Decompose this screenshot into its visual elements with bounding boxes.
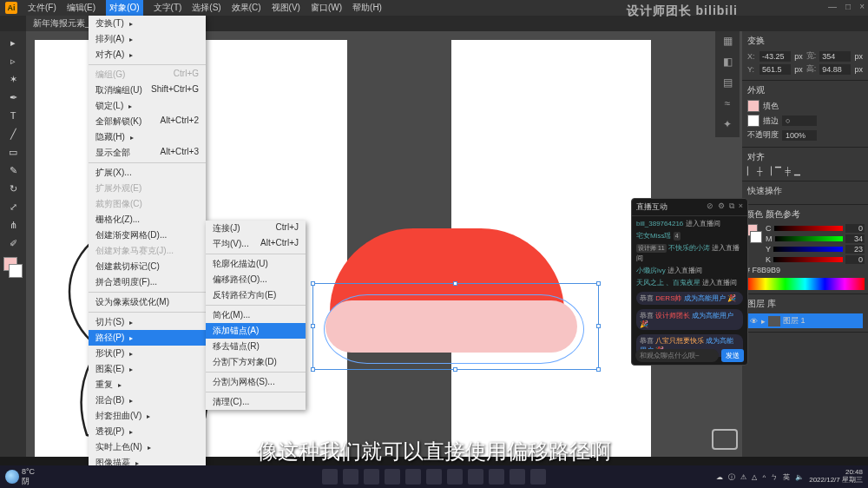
app-icon-4[interactable] (489, 469, 504, 485)
menu-effect[interactable]: 效果(C) (232, 2, 261, 14)
type-tool-icon[interactable]: T (3, 108, 23, 123)
stroke-swatch-icon[interactable] (747, 115, 760, 127)
menu-item[interactable]: 对齐(A) (89, 47, 206, 63)
volume-icon[interactable]: 🔈 (795, 473, 804, 481)
symbols-icon[interactable]: ✦ (720, 118, 735, 134)
menu-item[interactable]: 锁定(L) (89, 98, 206, 114)
brush-tool-icon[interactable]: ✎ (3, 162, 23, 178)
system-tray[interactable]: ☁ ⓘ ⚠ △ ^ ㄅ 英 🔈 20:48 2022/12/7 星期三 (716, 469, 863, 485)
clock-date[interactable]: 2022/12/7 星期三 (809, 477, 863, 485)
submenu-item[interactable]: 清理(C)... (206, 394, 306, 410)
chat-close-icon[interactable]: × (739, 201, 743, 213)
menu-select[interactable]: 选择(S) (192, 2, 220, 14)
menu-item[interactable]: 实时上色(N) (89, 439, 206, 455)
submenu-item[interactable]: 简化(M)... (206, 307, 306, 323)
menu-edit[interactable]: 编辑(E) (67, 2, 95, 14)
color-stroke-swatch[interactable] (750, 231, 762, 243)
stroke-swatch[interactable] (9, 264, 23, 278)
menu-item[interactable]: 隐藏(H) (89, 129, 206, 145)
menu-item[interactable]: 形状(P) (89, 346, 206, 361)
scale-tool-icon[interactable]: ⤢ (3, 199, 23, 214)
m-slider[interactable] (775, 236, 844, 241)
chat-filter-icon[interactable]: ⊘ (707, 201, 713, 213)
menu-item[interactable]: 封套扭曲(V) (89, 408, 206, 424)
x-field[interactable]: -43.25 (760, 51, 791, 62)
menu-item[interactable]: 显示全部Alt+Ctrl+3 (89, 145, 206, 161)
stroke-weight-field[interactable]: ○ (782, 115, 817, 126)
menu-item[interactable]: 取消编组(U)Shift+Ctrl+G (89, 82, 206, 98)
rotate-tool-icon[interactable]: ↻ (3, 181, 23, 196)
tray-icon[interactable]: △ (752, 473, 757, 481)
menu-item[interactable]: 编组(G)Ctrl+G (89, 67, 206, 82)
opacity-field[interactable]: 100% (782, 130, 817, 141)
visibility-icon[interactable]: 👁 (750, 317, 759, 326)
menu-item[interactable]: 切片(S) (89, 314, 206, 330)
rectangle-tool-icon[interactable]: ▭ (3, 144, 23, 160)
align-middle-icon[interactable]: ╪ (785, 167, 790, 175)
submenu-item[interactable]: 移去锚点(R) (206, 339, 306, 354)
align-top-icon[interactable]: ▔ (775, 167, 781, 175)
direct-selection-tool-icon[interactable]: ▹ (3, 53, 23, 69)
menu-object[interactable]: 对象(O) (106, 0, 142, 16)
menu-item[interactable]: 变换(T) (89, 16, 206, 31)
chat-settings-icon[interactable]: ⚙ (718, 201, 725, 213)
start-icon[interactable] (322, 469, 338, 485)
y-field[interactable]: 561.5 (760, 64, 791, 75)
menu-item[interactable]: 重复 (89, 377, 206, 392)
expand-icon[interactable]: ▸ (761, 317, 766, 326)
y-slider[interactable] (773, 247, 843, 252)
edge-icon[interactable] (405, 469, 421, 485)
menu-window[interactable]: 窗口(W) (311, 2, 342, 14)
taskview-icon[interactable] (364, 469, 379, 485)
spectrum-bar[interactable] (746, 278, 865, 290)
submenu-item[interactable]: 分割下方对象(D) (206, 354, 306, 370)
minimize-button[interactable]: — (828, 2, 837, 11)
tray-icon[interactable]: ⚠ (740, 473, 746, 481)
swatches-icon[interactable]: ▤ (720, 76, 735, 92)
weather-icon[interactable] (5, 470, 19, 484)
app-icon-2[interactable] (447, 469, 463, 485)
menu-item[interactable]: 裁剪图像(C) (89, 196, 206, 212)
eyedropper-tool-icon[interactable]: ✐ (3, 235, 23, 251)
search-icon[interactable] (343, 469, 358, 485)
ime-icon[interactable]: ㄅ (771, 472, 778, 482)
chat-popout-icon[interactable]: ⧉ (729, 201, 734, 213)
tray-icon[interactable]: ⓘ (728, 472, 735, 482)
align-right-icon[interactable]: ▕ (766, 167, 772, 175)
align-center-icon[interactable]: ┼ (757, 167, 762, 175)
line-tool-icon[interactable]: ╱ (3, 126, 23, 142)
fill-stroke-swatch[interactable] (3, 257, 23, 278)
k-slider[interactable] (773, 257, 843, 262)
menu-type[interactable]: 文字(T) (154, 2, 182, 14)
selection-tool-icon[interactable]: ▸ (3, 35, 23, 50)
hex-field[interactable]: # F8B9B9 (746, 266, 865, 274)
menu-item[interactable]: 排列(A) (89, 31, 206, 47)
submenu-item[interactable]: 偏移路径(O)... (206, 272, 306, 287)
menu-item[interactable]: 图案(E) (89, 361, 206, 377)
menu-view[interactable]: 视图(V) (272, 2, 300, 14)
properties-icon[interactable]: ▦ (720, 35, 735, 50)
menu-item[interactable]: 创建裁切标记(C) (89, 259, 206, 274)
fill-swatch-icon[interactable] (747, 100, 760, 112)
submenu-item[interactable]: 连接(J)Ctrl+J (206, 221, 306, 236)
menu-item[interactable]: 透视(P) (89, 424, 206, 439)
menu-item[interactable]: 拼合透明度(F)... (89, 274, 206, 290)
align-left-icon[interactable]: ▏ (747, 167, 753, 175)
menu-item[interactable]: 路径(P) (89, 330, 206, 346)
live-chat-panel[interactable]: 直播互动 ⊘ ⚙ ⧉ × bill_389764216 进入直播间 宅女Miss… (631, 198, 748, 366)
chat-send-button[interactable]: 发送 (721, 349, 744, 362)
layer-name[interactable]: 图层 1 (783, 315, 806, 326)
layer-row[interactable]: 👁 ▸ 图层 1 (747, 313, 863, 328)
tray-chevron-icon[interactable]: ^ (762, 473, 766, 481)
path-submenu-dropdown[interactable]: 连接(J)Ctrl+J平均(V)...Alt+Ctrl+J轮廓化描边(U)偏移路… (206, 221, 306, 410)
h-field[interactable]: 94.88 (819, 64, 851, 75)
selection-bounding-box[interactable] (312, 283, 599, 370)
width-tool-icon[interactable]: ⋔ (3, 217, 23, 233)
menu-item[interactable]: 创建对象马赛克(J)... (89, 243, 206, 259)
menu-item[interactable]: 扩展外观(E) (89, 181, 206, 196)
c-slider[interactable] (774, 226, 844, 231)
submenu-item[interactable]: 添加锚点(A) (206, 323, 306, 339)
menu-item[interactable]: 栅格化(Z)... (89, 212, 206, 228)
menu-file[interactable]: 文件(F) (28, 2, 56, 14)
menu-item[interactable]: 混合(B) (89, 392, 206, 408)
